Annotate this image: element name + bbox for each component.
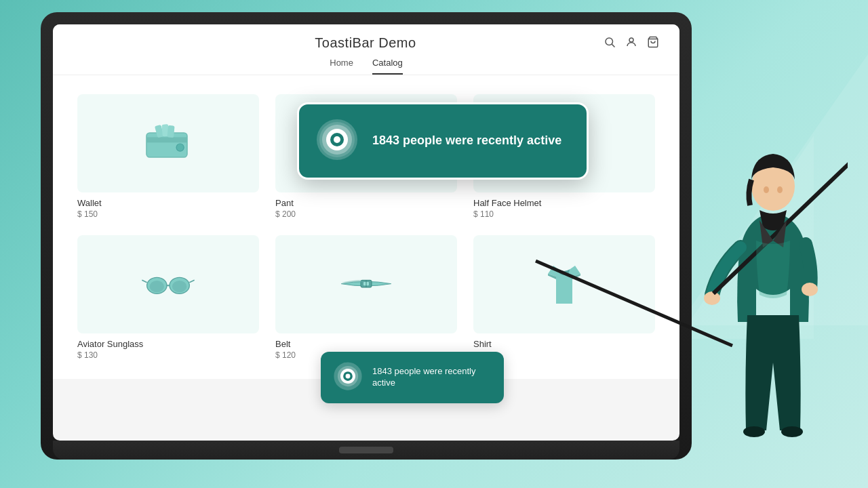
store-top-bar: ToastiBar Demo: [73, 35, 659, 51]
product-image-wallet: [77, 94, 259, 192]
store-header: ToastiBar Demo: [53, 24, 679, 75]
user-icon[interactable]: [625, 36, 637, 51]
store-nav: Home Catalog: [73, 58, 659, 75]
svg-rect-5: [146, 137, 187, 142]
product-price-wallet: $ 150: [77, 209, 259, 219]
product-image-belt: [275, 235, 457, 333]
svg-point-6: [176, 144, 184, 151]
product-price-helmet: $ 110: [473, 209, 655, 219]
nav-catalog[interactable]: Catalog: [372, 58, 403, 75]
toast-icon-small: [333, 361, 363, 394]
product-name-sunglass: Aviator Sunglass: [77, 339, 259, 349]
svg-point-2: [629, 38, 633, 42]
product-card-sunglass[interactable]: Aviator Sunglass $ 130: [69, 227, 267, 368]
svg-line-18: [189, 280, 194, 282]
product-price-pant: $ 200: [275, 209, 457, 219]
cart-icon[interactable]: [647, 36, 659, 51]
svg-point-39: [777, 186, 783, 193]
svg-point-38: [764, 186, 769, 193]
laptop: ToastiBar Demo: [41, 12, 692, 460]
nav-home[interactable]: Home: [330, 58, 353, 75]
product-name-wallet: Wallet: [77, 198, 259, 208]
svg-point-19: [150, 281, 164, 292]
toast-text-large: 1843 people were recently active: [372, 133, 561, 148]
svg-point-29: [334, 136, 340, 143]
toast-icon-large: [315, 118, 359, 164]
product-card-shirt[interactable]: Shirt: [465, 227, 663, 368]
toast-notification-small: 1843 people were recently active: [321, 352, 504, 403]
laptop-screen: ToastiBar Demo: [53, 24, 679, 441]
product-name-belt: Belt: [275, 339, 457, 349]
laptop-trackpad: [339, 447, 393, 453]
svg-point-44: [802, 283, 818, 296]
svg-point-42: [743, 426, 765, 437]
svg-point-43: [781, 426, 803, 437]
product-image-sunglass: [77, 235, 259, 333]
person-illustration: [698, 105, 848, 485]
product-name-shirt: Shirt: [473, 339, 655, 349]
search-icon[interactable]: [604, 36, 616, 51]
product-card-wallet[interactable]: Wallet $ 150: [69, 86, 267, 227]
toast-notification-large: 1843 people were recently active: [297, 102, 589, 180]
product-price-sunglass: $ 130: [77, 350, 259, 360]
svg-point-34: [346, 374, 351, 379]
product-name-pant: Pant: [275, 198, 457, 208]
screen-bezel: ToastiBar Demo: [53, 24, 679, 441]
svg-point-0: [606, 38, 613, 45]
product-card-belt[interactable]: Belt $ 120: [267, 227, 465, 368]
svg-line-17: [142, 280, 146, 282]
svg-rect-9: [167, 125, 174, 137]
product-image-shirt: [473, 235, 655, 333]
product-name-helmet: Half Face Helmet: [473, 198, 655, 208]
svg-point-20: [172, 281, 186, 292]
svg-line-1: [612, 44, 614, 47]
laptop-chin: [53, 441, 679, 460]
store-icons: [604, 36, 659, 51]
toast-text-small: 1843 people were recently active: [372, 366, 492, 389]
store-title: ToastiBar Demo: [315, 35, 416, 51]
svg-point-40: [704, 291, 720, 305]
